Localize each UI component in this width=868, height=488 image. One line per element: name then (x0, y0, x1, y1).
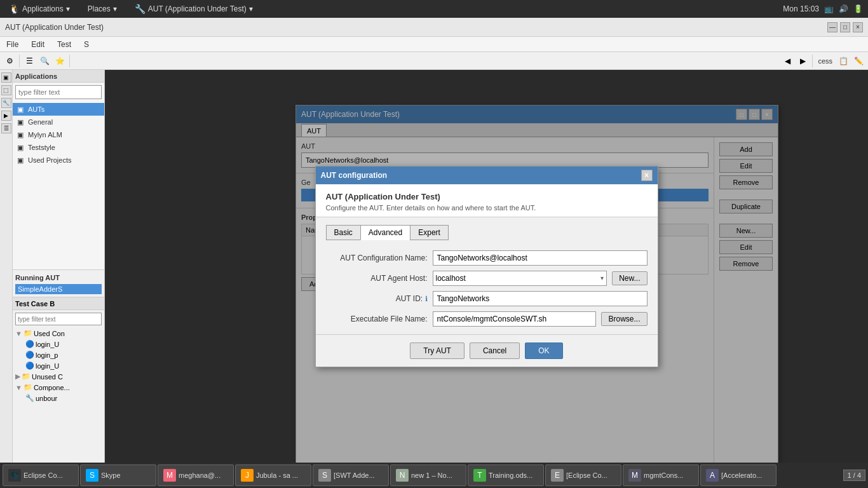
component-expand: ▼ (15, 384, 22, 391)
nav-back-btn[interactable]: ◀ (780, 54, 794, 68)
test-case-header: Test Case B (13, 297, 104, 310)
nav-item-mylyn[interactable]: ▣ Mylyn ALM (13, 128, 104, 141)
name-label: AUT Configuration Name: (326, 254, 428, 262)
dialog-cancel-btn[interactable]: Cancel (470, 342, 520, 359)
tab-expert[interactable]: Expert (410, 225, 449, 240)
login-item-2[interactable]: 🔵 login_p (13, 349, 104, 360)
taskbar-accelerato[interactable]: A [Accelerato... (700, 464, 776, 486)
center-right-area: AUT (Application Under Test) □ □ × AUT (105, 70, 868, 463)
exe-label: Executable File Name: (326, 315, 428, 323)
nav-item-teststyle[interactable]: ▣ Teststyle (13, 141, 104, 154)
menu-test[interactable]: Test (53, 39, 75, 50)
login-item-3[interactable]: 🔵 login_U (13, 360, 104, 371)
toolbar: ⚙ ☰ 🔍 ⭐ ◀ ▶ cess 📋 ✏️ (0, 52, 868, 70)
taskbar-new1[interactable]: N new 1 – No... (390, 464, 466, 486)
sys-icon-3: 🔋 (853, 4, 863, 13)
left-icon-bar: ▣ ⬚ 🔧 ▶ ☰ (0, 70, 13, 463)
unbound-item[interactable]: 🔧 unbour (13, 393, 104, 403)
sys-icon-1: 📺 (824, 4, 834, 13)
taskbar-eclipse-1[interactable]: 🌑 Eclipse Co... (3, 464, 79, 486)
menu-edit[interactable]: Edit (27, 39, 48, 50)
dialog-ok-btn[interactable]: OK (525, 342, 562, 359)
taskbar-meghana[interactable]: M meghana@... (158, 464, 234, 486)
tab-basic[interactable]: Basic (326, 225, 360, 240)
nav-fwd-btn[interactable]: ▶ (796, 54, 810, 68)
places-label: Places (88, 4, 111, 13)
nav-panel-header: Applications (13, 70, 104, 83)
toolbar-btn-1[interactable]: ⚙ (3, 54, 17, 68)
nav-item-general[interactable]: ▣ General (13, 116, 104, 128)
icon-bar-btn-5[interactable]: ☰ (1, 123, 11, 133)
test-case-search-input[interactable] (15, 313, 102, 325)
maximize-btn[interactable]: □ (840, 22, 850, 32)
form-row-name: AUT Configuration Name: (326, 250, 648, 266)
id-info-icon: ℹ (425, 295, 428, 302)
nav-search-input[interactable] (15, 85, 102, 99)
tab-advanced[interactable]: Advanced (360, 225, 410, 240)
icon-bar-btn-1[interactable]: ▣ (1, 72, 11, 83)
exe-browse-btn[interactable]: Browse... (601, 312, 647, 326)
nav-search-container (13, 83, 104, 102)
component-label: Compone... (34, 384, 70, 391)
dialog-header-title: AUT (Application Under Test) (326, 192, 648, 201)
dialog-header: AUT (Application Under Test) Configure t… (316, 184, 658, 217)
dialog-close-btn[interactable]: × (641, 170, 653, 181)
form-row-exe: Executable File Name: Browse... (326, 311, 648, 327)
toolbar-btn-3[interactable]: 🔍 (37, 54, 51, 68)
unused-folder-icon: 📁 (22, 372, 31, 381)
toolbar-right-2[interactable]: ✏️ (851, 54, 865, 68)
used-con-folder-icon: 📁 (24, 329, 32, 337)
menu-s[interactable]: S (80, 39, 93, 50)
close-btn[interactable]: × (853, 22, 863, 32)
try-aut-btn[interactable]: Try AUT (410, 342, 465, 359)
taskbar-icon-jubula: J (241, 469, 254, 482)
unused-label: Unused C (32, 373, 63, 381)
eclipse-title: AUT (Application Under Test) (5, 23, 104, 32)
toolbar-btn-2[interactable]: ☰ (22, 54, 36, 68)
menu-file[interactable]: File (3, 39, 22, 50)
host-new-btn[interactable]: New... (612, 271, 647, 285)
taskbar-jubula[interactable]: J Jubula - sa ... (235, 464, 311, 486)
host-dropdown-arrow: ▾ (600, 274, 604, 281)
dialog-footer: Try AUT Cancel OK (316, 334, 658, 367)
dialog-title: AUT configuration (321, 171, 388, 180)
unused-item[interactable]: ▶ 📁 Unused C (13, 371, 104, 382)
exe-input[interactable] (433, 311, 597, 327)
icon-bar-btn-3[interactable]: 🔧 (1, 98, 11, 108)
taskbar-icon-eclipse-2: E (551, 469, 564, 482)
applications-menu[interactable]: 🐧 Applications ▾ (5, 3, 74, 15)
nav-item-used-projects-icon: ▣ (15, 155, 25, 165)
sys-icon-2: 🔊 (839, 4, 848, 13)
form-row-id: AUT ID: ℹ (326, 291, 648, 306)
taskbar-swt[interactable]: S [SWT Adde... (313, 464, 389, 486)
toolbar-right-1[interactable]: 📋 (836, 54, 850, 68)
unused-expand: ▶ (15, 372, 20, 381)
toolbar-btn-4[interactable]: ⭐ (53, 54, 67, 68)
simple-adder-item[interactable]: SimpleAdderS (15, 284, 102, 294)
places-menu[interactable]: Places ▾ (84, 3, 121, 15)
nav-item-auts[interactable]: ▣ AUTs (13, 103, 104, 116)
dialog-titlebar: AUT configuration × (316, 166, 658, 184)
applications-label: Applications (22, 4, 64, 13)
used-con-item[interactable]: ▼ 📁 Used Con (13, 328, 104, 339)
nav-item-used-projects[interactable]: ▣ Used Projects (13, 154, 104, 166)
host-select[interactable]: localhost ▾ (433, 271, 607, 286)
minimize-btn[interactable]: — (827, 22, 837, 32)
taskbar-skype[interactable]: S Skype (80, 464, 156, 486)
login-icon-3: 🔵 (25, 362, 34, 370)
icon-bar-btn-2[interactable]: ⬚ (1, 85, 11, 95)
aut-menu-label: AUT (Application Under Test) (148, 4, 247, 13)
id-input[interactable] (433, 291, 648, 306)
dialog-body: Basic Advanced Expert AUT Configuration … (316, 217, 658, 334)
taskbar-eclipse-2[interactable]: E [Eclipse Co... (545, 464, 621, 486)
taskbar-training[interactable]: T Training.ods... (468, 464, 544, 486)
test-case-section: Test Case B ▼ 📁 Used Con 🔵 login_U (13, 297, 104, 463)
taskbar-mgmt[interactable]: M mgmtCons... (623, 464, 699, 486)
component-item[interactable]: ▼ 📁 Compone... (13, 382, 104, 393)
icon-bar-btn-4[interactable]: ▶ (1, 111, 11, 121)
login-item-1[interactable]: 🔵 login_U (13, 339, 104, 349)
aut-menu[interactable]: 🔧 AUT (Application Under Test) ▾ (131, 3, 257, 15)
name-input[interactable] (433, 250, 648, 266)
content-area: ▣ ⬚ 🔧 ▶ ☰ Applications ▣ AUTs (0, 70, 868, 463)
system-time: Mon 15:03 (783, 4, 819, 13)
